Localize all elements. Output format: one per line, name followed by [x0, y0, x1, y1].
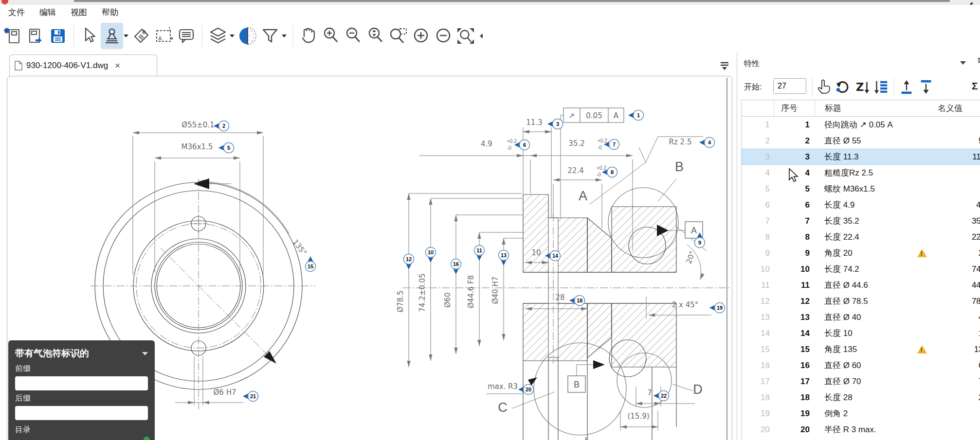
table-row-8[interactable]: 88长度 22.422.4	[742, 229, 980, 245]
table-row-5[interactable]: 55螺纹 M36x1.5	[742, 181, 980, 197]
row-nominal-value: 78.5	[938, 297, 980, 306]
balloon-16[interactable]: 16	[451, 259, 461, 275]
circle-minus-button[interactable]	[432, 23, 454, 49]
balloon-2[interactable]: 2	[214, 121, 229, 131]
balloon-stamp-button[interactable]	[101, 23, 123, 49]
row-title: 倒角 2	[815, 408, 906, 419]
circle-plus-button[interactable]	[410, 23, 432, 49]
table-row-17[interactable]: 1717直径 Ø 7070	[742, 373, 980, 389]
column-header-value[interactable]: 名义值	[938, 103, 980, 114]
row-number: 9	[774, 248, 815, 258]
start-number-input[interactable]	[773, 78, 806, 94]
zoom-dynamic-button[interactable]	[365, 23, 387, 49]
menu-item-3[interactable]: 帮助	[102, 7, 118, 18]
table-row-1[interactable]: 11径向跳动 ↗ 0.05 A	[742, 117, 980, 133]
filter-dropdown-icon[interactable]	[282, 35, 287, 37]
row-number: 8	[774, 232, 815, 242]
new-file-button[interactable]	[2, 23, 24, 49]
balloon-15[interactable]: 15	[306, 256, 316, 272]
menu-item-1[interactable]: 编辑	[39, 7, 56, 18]
balloon-3[interactable]: 3	[547, 119, 563, 129]
row-index: 17	[742, 377, 774, 387]
sort-z-icon[interactable]: Z	[855, 79, 871, 95]
zoom-extents-button[interactable]	[454, 23, 477, 49]
table-row-2[interactable]: 22直径 Ø 5555	[742, 133, 980, 149]
svg-text:11: 11	[476, 247, 482, 253]
dim-text-dia785: Ø78.5	[396, 290, 405, 312]
table-row-13[interactable]: 1313直径 Ø 4040	[742, 309, 980, 325]
row-index: 8	[742, 232, 774, 242]
sum-icon[interactable]: Σ	[972, 80, 978, 92]
table-row-18[interactable]: 1818长度 2828	[742, 389, 980, 405]
row-index: 15	[742, 345, 774, 354]
balloon-11[interactable]: 11	[474, 246, 485, 261]
zoom-in-button[interactable]	[320, 23, 343, 49]
table-row-6[interactable]: 66长度 4.94.9	[742, 197, 980, 213]
suffix-input[interactable]	[15, 406, 148, 420]
chevron-down-icon[interactable]	[142, 352, 148, 355]
layers-button[interactable]	[207, 23, 229, 49]
row-number: 2	[774, 136, 815, 146]
menu-item-0[interactable]: 文件	[8, 7, 25, 18]
row-nominal-value: 74.2	[938, 264, 980, 274]
pan-button[interactable]	[298, 23, 320, 49]
flip-view-button[interactable]	[236, 23, 259, 49]
tab-overflow-icon[interactable]	[719, 61, 730, 71]
balloon-12[interactable]: 12	[404, 254, 414, 270]
balloon-4[interactable]: 4	[699, 138, 715, 148]
chevron-down-icon[interactable]	[960, 61, 966, 65]
menu-item-2[interactable]: 视图	[71, 7, 87, 18]
capture-region-button[interactable]: A1	[153, 23, 175, 49]
table-row-15[interactable]: 1515角度 135135	[742, 341, 980, 357]
table-row-10[interactable]: 1010长度 74.274.2	[742, 261, 980, 277]
table-row-14[interactable]: 1414长度 1010	[742, 325, 980, 341]
sort-list-icon[interactable]	[873, 79, 889, 95]
layers-dropdown-icon[interactable]	[230, 35, 235, 37]
table-row-20[interactable]: 2020半径 R 3 max.	[742, 422, 980, 438]
pin-icon[interactable]	[977, 57, 980, 69]
prefix-input[interactable]	[15, 376, 148, 390]
zoom-out-button[interactable]	[343, 23, 365, 49]
table-row-16[interactable]: 1616直径 Ø 6060	[742, 357, 980, 373]
balloon-5[interactable]: 5	[218, 143, 234, 153]
save-button[interactable]	[47, 23, 69, 49]
move-bottom-icon[interactable]	[918, 79, 934, 95]
table-row-4[interactable]: 44粗糙度Rz 2.5	[742, 165, 980, 181]
balloon-panel-title: 带有气泡符标识的	[15, 347, 89, 360]
balloon-10[interactable]: 10	[426, 247, 436, 263]
tab-close-icon[interactable]: ×	[115, 61, 120, 71]
dim-text-chamfer: 2 x 45°	[672, 300, 699, 309]
balloon-1[interactable]: 1	[628, 110, 644, 121]
balloon-13[interactable]: 13	[499, 250, 509, 266]
svg-text:4: 4	[708, 140, 711, 145]
svg-text:16: 16	[453, 261, 459, 267]
table-row-12[interactable]: 1212直径 Ø 78.578.5	[742, 293, 980, 309]
table-row-11[interactable]: 1111直径 Ø 44.644.6	[742, 277, 980, 293]
balloon-21[interactable]: 21	[243, 391, 258, 402]
table-row-3[interactable]: 33长度 11.311.3	[742, 149, 980, 165]
comment-button[interactable]	[175, 23, 198, 49]
column-header-no[interactable]: 序号	[774, 100, 815, 116]
hand-pointer-icon[interactable]	[816, 79, 832, 95]
zoom-window-button[interactable]	[387, 23, 410, 49]
table-row-9[interactable]: 99角度 2020	[742, 245, 980, 261]
directory-add-icon[interactable]	[144, 437, 150, 440]
balloon-20[interactable]: 20	[518, 385, 534, 395]
rotate-icon[interactable]	[835, 79, 850, 95]
row-index: 20	[742, 425, 774, 435]
balloon-22[interactable]: 22	[653, 391, 669, 401]
tab-bar: 930-1200-406-V1.dwg ×	[0, 53, 737, 76]
open-file-button[interactable]	[24, 23, 47, 49]
document-tab[interactable]: 930-1200-406-V1.dwg ×	[9, 54, 157, 76]
collapse-arrow-icon[interactable]	[480, 34, 483, 38]
filter-button[interactable]	[259, 23, 281, 49]
tag-button[interactable]	[130, 23, 153, 49]
move-top-icon[interactable]	[899, 79, 914, 95]
column-header-title[interactable]: 标题	[815, 100, 906, 116]
table-row-7[interactable]: 77长度 35.235.2	[742, 213, 980, 229]
select-cursor-button[interactable]	[78, 23, 101, 49]
row-index: 9	[742, 248, 774, 258]
stamp-dropdown-icon[interactable]	[124, 35, 128, 37]
table-row-19[interactable]: 1919倒角 22	[742, 405, 980, 422]
balloon-19[interactable]: 19	[709, 303, 725, 313]
